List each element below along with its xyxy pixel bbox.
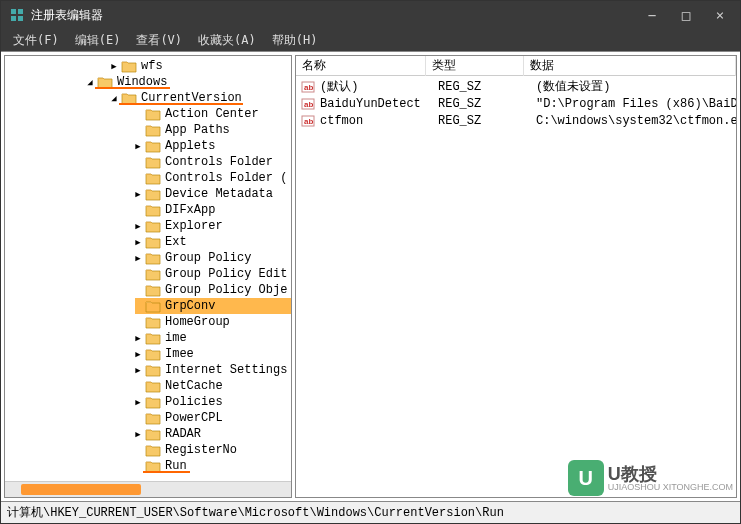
maximize-button[interactable]: □: [674, 7, 698, 23]
expander-icon[interactable]: ▶: [133, 429, 143, 440]
list-pane[interactable]: 名称 类型 数据 ab(默认)REG_SZ(数值未设置)abBaiduYunDe…: [295, 55, 737, 498]
expander-icon[interactable]: ▶: [133, 189, 143, 200]
value-name: (默认): [320, 78, 438, 95]
expander-icon[interactable]: ▶: [133, 141, 143, 152]
expander-icon[interactable]: ▶: [133, 349, 143, 360]
app-icon: [9, 7, 25, 23]
tree-item-label: wfs: [139, 59, 165, 73]
tree-item[interactable]: GrpConv: [5, 298, 291, 314]
tree-pane[interactable]: ▶wfs◢Windows◢CurrentVersion Action Cente…: [4, 55, 292, 498]
menu-favorites[interactable]: 收藏夹(A): [192, 30, 262, 51]
folder-icon: [145, 427, 161, 441]
tree-hscroll-thumb[interactable]: [21, 484, 141, 495]
tree-item[interactable]: ▶Group Policy: [5, 250, 291, 266]
content-area: ▶wfs◢Windows◢CurrentVersion Action Cente…: [1, 51, 740, 501]
tree-item[interactable]: ▶Policies: [5, 394, 291, 410]
tree-item[interactable]: PowerCPL: [5, 410, 291, 426]
folder-icon: [145, 219, 161, 233]
registry-value-row[interactable]: abBaiduYunDetectREG_SZ"D:\Program Files …: [296, 95, 736, 112]
registry-value-row[interactable]: abctfmonREG_SZC:\windows\system32\ctfmon…: [296, 112, 736, 129]
folder-icon: [145, 443, 161, 457]
tree-item-label: Group Policy Edit: [163, 267, 289, 281]
tree-item-label: Controls Folder: [163, 155, 275, 169]
string-value-icon: ab: [300, 113, 316, 129]
tree-item[interactable]: DIFxApp: [5, 202, 291, 218]
window-title: 注册表编辑器: [31, 7, 640, 24]
statusbar: 计算机\HKEY_CURRENT_USER\Software\Microsoft…: [1, 501, 740, 523]
folder-icon: [145, 283, 161, 297]
registry-editor-window: 注册表编辑器 − □ × 文件(F) 编辑(E) 查看(V) 收藏夹(A) 帮助…: [0, 0, 741, 524]
tree-item[interactable]: Group Policy Edit: [5, 266, 291, 282]
tree-item-label: DIFxApp: [163, 203, 217, 217]
tree-item[interactable]: Controls Folder: [5, 154, 291, 170]
folder-icon: [145, 235, 161, 249]
tree-item-label: Group Policy Obje: [163, 283, 289, 297]
col-header-name[interactable]: 名称: [296, 55, 426, 76]
folder-icon: [145, 123, 161, 137]
tree-item[interactable]: Group Policy Obje: [5, 282, 291, 298]
value-name: ctfmon: [320, 114, 438, 128]
tree-item-label: Policies: [163, 395, 225, 409]
tree-item[interactable]: ▶RADAR: [5, 426, 291, 442]
tree-item-label: Device Metadata: [163, 187, 275, 201]
tree-item[interactable]: RegisterNo: [5, 442, 291, 458]
highlight-underline: [119, 103, 243, 105]
tree-item[interactable]: ▶Applets: [5, 138, 291, 154]
tree-item[interactable]: ▶ime: [5, 330, 291, 346]
tree-inner: ▶wfs◢Windows◢CurrentVersion Action Cente…: [5, 56, 291, 476]
tree-item[interactable]: ▶Explorer: [5, 218, 291, 234]
folder-icon: [145, 187, 161, 201]
expander-icon[interactable]: ▶: [133, 253, 143, 264]
titlebar[interactable]: 注册表编辑器 − □ ×: [1, 1, 740, 29]
tree-item[interactable]: HomeGroup: [5, 314, 291, 330]
expander-icon[interactable]: ◢: [109, 93, 119, 104]
string-value-icon: ab: [300, 79, 316, 95]
tree-item-label: Applets: [163, 139, 217, 153]
expander-icon[interactable]: ▶: [133, 397, 143, 408]
menu-file[interactable]: 文件(F): [7, 30, 65, 51]
menu-view[interactable]: 查看(V): [130, 30, 188, 51]
folder-icon: [145, 363, 161, 377]
expander-icon[interactable]: ◢: [85, 77, 95, 88]
menu-edit[interactable]: 编辑(E): [69, 30, 127, 51]
folder-icon: [145, 251, 161, 265]
expander-icon[interactable]: ▶: [133, 365, 143, 376]
svg-text:ab: ab: [304, 100, 313, 109]
tree-item-label: Imee: [163, 347, 196, 361]
tree-item[interactable]: ▶Ext: [5, 234, 291, 250]
expander-icon[interactable]: ▶: [133, 333, 143, 344]
tree-item[interactable]: Action Center: [5, 106, 291, 122]
expander-icon[interactable]: ▶: [109, 61, 119, 72]
close-button[interactable]: ×: [708, 7, 732, 23]
tree-item-label: Explorer: [163, 219, 225, 233]
tree-hscrollbar[interactable]: [5, 481, 291, 497]
menu-help[interactable]: 帮助(H): [266, 30, 324, 51]
expander-icon[interactable]: ▶: [133, 237, 143, 248]
value-name: BaiduYunDetect: [320, 97, 438, 111]
svg-text:ab: ab: [304, 83, 313, 92]
watermark-logo-icon: [568, 460, 604, 496]
tree-item[interactable]: App Paths: [5, 122, 291, 138]
watermark: U教授 UJIAOSHOU XITONGHE.COM: [568, 460, 733, 496]
col-header-data[interactable]: 数据: [524, 55, 736, 76]
tree-item[interactable]: NetCache: [5, 378, 291, 394]
tree-item[interactable]: Controls Folder (: [5, 170, 291, 186]
tree-item[interactable]: ▶Internet Settings: [5, 362, 291, 378]
minimize-button[interactable]: −: [640, 7, 664, 23]
tree-item[interactable]: ▶Imee: [5, 346, 291, 362]
tree-item-label: Internet Settings: [163, 363, 289, 377]
tree-item-label: App Paths: [163, 123, 232, 137]
tree-item-label: NetCache: [163, 379, 225, 393]
svg-rect-0: [11, 9, 16, 14]
tree-item-label: RADAR: [163, 427, 203, 441]
registry-value-row[interactable]: ab(默认)REG_SZ(数值未设置): [296, 78, 736, 95]
tree-item[interactable]: ▶wfs: [5, 58, 291, 74]
highlight-underline: [143, 471, 190, 473]
expander-icon[interactable]: ▶: [133, 221, 143, 232]
tree-item[interactable]: ▶Device Metadata: [5, 186, 291, 202]
col-header-type[interactable]: 类型: [426, 55, 524, 76]
value-data: C:\windows\system32\ctfmon.exe: [536, 114, 736, 128]
highlight-underline: [95, 87, 170, 89]
watermark-title: U教授: [608, 465, 733, 483]
tree-item-label: RegisterNo: [163, 443, 239, 457]
